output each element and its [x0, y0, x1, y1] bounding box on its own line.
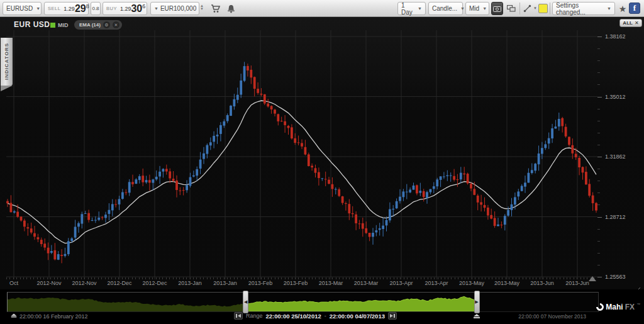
triangle-left-icon: [238, 314, 241, 318]
price-axis-minor-tick: [597, 229, 600, 230]
ema-indicator-label: EMA (14): [79, 22, 101, 28]
x-axis-label: Oct: [9, 280, 18, 286]
x-axis-label: 2013-Feb: [284, 280, 308, 286]
ema-settings-button[interactable]: ⚙: [103, 21, 110, 28]
buy-button[interactable]: BUY 1.29 30 6: [103, 2, 147, 15]
x-axis-label: 2012-Nov: [72, 280, 96, 286]
chart-symbol-title: EUR USD: [14, 20, 50, 29]
symbol-label: EURUSD: [6, 5, 33, 12]
mahifx-logo: MahiFX™: [596, 303, 640, 311]
price-axis-tick: [597, 277, 602, 277]
price-axis-minor-tick: [597, 204, 600, 205]
chevron-right-icon: ▶: [475, 299, 478, 304]
price-axis-label: 1.28712: [605, 214, 626, 220]
chevron-down-icon[interactable]: ▼: [533, 6, 537, 10]
price-axis-minor-tick: [597, 181, 600, 181]
snapshot-button[interactable]: [491, 2, 503, 15]
x-axis-label: 2013-May: [459, 280, 484, 286]
price-axis-minor-tick: [597, 169, 600, 169]
bell-icon: [227, 4, 235, 13]
timeline-start-date: 22:00:00 16 February 2012: [19, 313, 88, 320]
skip-start-icon: [236, 314, 237, 318]
alerts-button[interactable]: [225, 2, 238, 15]
skip-to-start-button[interactable]: [234, 312, 243, 320]
candlestick-chart[interactable]: [6, 30, 597, 279]
ema-remove-button[interactable]: ✕: [113, 21, 119, 28]
sell-price-big: 29: [75, 4, 86, 14]
range-controls: Range 22:00:00 25/10/2012 - 22:00:00 04/…: [234, 312, 397, 320]
mahifx-logo-icon: [595, 302, 606, 313]
chevron-down-icon: ▼: [418, 6, 422, 11]
chevron-down-icon: ▼: [482, 6, 487, 11]
currency-label: EUR: [160, 5, 174, 12]
skip-end-icon: [394, 314, 395, 318]
price-axis-minor-tick: [597, 241, 600, 242]
top-toolbar: EURUSD ▼ SELL 1.29 29 8 0.8 BUY 1.29 30 …: [0, 0, 644, 17]
facebook-button[interactable]: f: [629, 3, 640, 14]
chevron-left-icon: ◀: [244, 299, 247, 304]
price-axis-minor-tick: [597, 109, 600, 109]
range-end-value: 22:00:00 04/07/2013: [330, 313, 385, 320]
ema-indicator-pill[interactable]: EMA (14) ⚙ ✕: [74, 20, 122, 30]
x-axis-label: 2013-Apr: [425, 280, 448, 286]
cart-button[interactable]: [209, 2, 222, 15]
price-axis-minor-tick: [597, 193, 600, 193]
chart-type-select[interactable]: Candle... ▼: [428, 2, 463, 15]
favorite-button[interactable]: ★: [617, 2, 628, 15]
x-axis-label: 2013-Jun: [565, 280, 589, 286]
price-axis-minor-tick: [597, 48, 600, 49]
price-axis-minor-tick: [597, 72, 600, 73]
price-axis-label: 1.25563: [605, 274, 626, 280]
price-axis-minor-tick: [597, 253, 600, 254]
price-axis-tick: [597, 97, 602, 98]
skip-to-end-button[interactable]: [388, 312, 397, 320]
axis-marker-triangle-icon[interactable]: [589, 276, 596, 281]
settings-label: Settings changed...: [556, 2, 604, 16]
buy-price-small: 1.29: [120, 6, 131, 12]
stepper-down-icon[interactable]: ▼: [200, 8, 204, 11]
overview-timeline[interactable]: [7, 292, 599, 312]
facebook-icon: f: [633, 3, 636, 13]
price-axis[interactable]: 1.381621.350121.318621.287121.25563: [597, 17, 644, 289]
trading-app: EURUSD ▼ SELL 1.29 29 8 0.8 BUY 1.29 30 …: [0, 0, 644, 324]
close-icon: ✕: [114, 23, 118, 28]
price-axis-minor-tick: [597, 133, 600, 133]
timeframe-label: 1 Day: [401, 2, 414, 16]
gear-icon: ⚙: [104, 23, 108, 28]
mid-series-swatch: [50, 23, 55, 28]
draw-line-button[interactable]: [521, 2, 533, 15]
chevron-down-icon: ▼: [36, 6, 40, 11]
logo-trademark: ™: [636, 303, 640, 306]
color-swatch-button[interactable]: [538, 4, 548, 13]
x-axis-label: 2013-Feb: [248, 280, 273, 286]
star-icon: ★: [619, 4, 627, 14]
spread-text: 0.8: [92, 6, 99, 11]
symbol-select[interactable]: EURUSD ▼: [3, 2, 42, 15]
sell-label: SELL: [48, 6, 60, 11]
x-axis-label: 2012-Nov: [36, 280, 61, 286]
sell-price-sup: 8: [86, 3, 89, 9]
amount-value: 100,000: [174, 5, 196, 12]
range-handle-left[interactable]: ◀: [243, 291, 248, 313]
buy-price-sup: 6: [142, 3, 145, 9]
spread-value: 0.8: [91, 2, 101, 15]
x-axis-label: 2013-Jun: [530, 280, 554, 286]
buy-label: BUY: [106, 6, 117, 11]
settings-select[interactable]: Settings changed... ▼: [552, 2, 615, 15]
x-axis-labels: Oct2012-Nov2012-Nov2012-Dec2012-Dec2013-…: [0, 279, 597, 288]
timeframe-select[interactable]: 1 Day ▼: [397, 2, 426, 15]
price-axis-minor-tick: [597, 145, 600, 145]
sell-price-small: 1.29: [64, 6, 75, 12]
currency-select[interactable]: ▼ EUR: [154, 5, 174, 12]
logo-text-main: Mahi: [606, 303, 623, 311]
amount-field[interactable]: ▼ EUR 100,000: [150, 2, 199, 15]
amount-stepper[interactable]: ▲ ▼: [200, 4, 204, 11]
sell-button[interactable]: SELL 1.29 29 8: [44, 2, 89, 15]
price-axis-tick: [597, 217, 602, 218]
timeline-end-date: 22:00:00 07 November 2013: [518, 313, 586, 320]
layout-button[interactable]: [505, 2, 518, 15]
range-end-marker-icon[interactable]: [474, 314, 480, 318]
range-handle-right[interactable]: ▶: [474, 291, 480, 313]
logo-text-sub: FX: [625, 303, 635, 311]
price-mode-select[interactable]: Mid ▼: [465, 2, 489, 15]
